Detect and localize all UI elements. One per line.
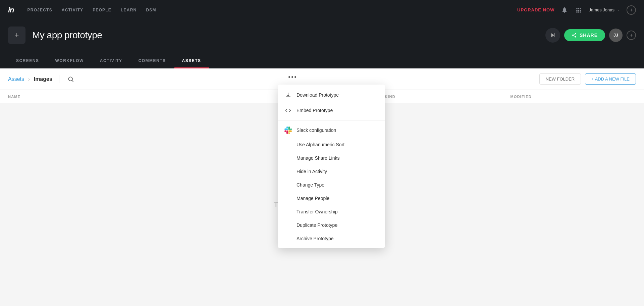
new-folder-button[interactable]: NEW FOLDER (539, 73, 581, 85)
menu-download-label: Download Prototype (297, 92, 339, 98)
dots-icon (288, 76, 296, 78)
project-header: + My app prototype SHARE JJ + (0, 20, 644, 50)
add-collaborator-button[interactable]: + (627, 31, 636, 40)
nav-activity[interactable]: ACTIVITY (62, 6, 83, 14)
menu-archive-label: Archive Prototype (297, 236, 334, 241)
svg-point-0 (68, 77, 72, 81)
code-icon (284, 107, 292, 114)
share-button[interactable]: SHARE (564, 29, 605, 41)
menu-manage-people[interactable]: Manage People (278, 192, 385, 205)
user-menu[interactable]: James Jonas (589, 7, 621, 12)
project-title: My app prototype (32, 30, 539, 41)
menu-alphanumeric-sort[interactable]: Use Alphanumeric Sort (278, 138, 385, 151)
more-options-trigger[interactable] (284, 72, 301, 82)
preview-button[interactable] (545, 28, 560, 43)
top-nav: in PROJECTS ACTIVITY PEOPLE LEARN DSM UP… (0, 0, 644, 20)
add-screen-button[interactable]: + (8, 27, 25, 44)
col-header-kind: KIND (385, 95, 510, 99)
menu-manage-people-label: Manage People (297, 196, 329, 201)
breadcrumb-assets[interactable]: Assets (8, 76, 24, 82)
notifications-icon[interactable] (560, 6, 569, 14)
nav-dsm[interactable]: DSM (146, 6, 156, 14)
svg-line-1 (72, 80, 73, 82)
assets-actions: NEW FOLDER + ADD A NEW FILE (539, 73, 636, 85)
menu-divider-1 (278, 120, 385, 120)
header-actions: SHARE JJ + (545, 28, 636, 43)
user-avatar[interactable]: JJ (609, 29, 623, 42)
menu-download-prototype[interactable]: Download Prototype (278, 87, 385, 103)
menu-embed-prototype[interactable]: Embed Prototype (278, 103, 385, 118)
upgrade-button[interactable]: UPGRADE NOW (517, 7, 554, 12)
context-menu: Download Prototype Embed Prototype Slack (278, 85, 385, 248)
breadcrumb-images: Images (34, 76, 52, 82)
menu-slack-config[interactable]: Slack configuration (278, 122, 385, 138)
menu-change-type[interactable]: Change Type (278, 178, 385, 192)
menu-transfer-ownership[interactable]: Transfer Ownership (278, 205, 385, 218)
share-label: SHARE (580, 33, 598, 38)
menu-embed-label: Embed Prototype (297, 108, 333, 113)
tab-activity[interactable]: ACTIVITY (92, 58, 130, 68)
tab-assets[interactable]: ASSETS (174, 58, 209, 68)
menu-duplicate-label: Duplicate Prototype (297, 222, 337, 228)
download-icon (284, 91, 292, 99)
nav-people[interactable]: PEOPLE (93, 6, 111, 14)
menu-transfer-label: Transfer Ownership (297, 209, 337, 214)
nav-right: UPGRADE NOW James Jonas + (517, 5, 636, 15)
menu-change-type-label: Change Type (297, 182, 324, 188)
dot-3 (294, 76, 296, 78)
menu-archive-prototype[interactable]: Archive Prototype (278, 232, 385, 245)
dot-1 (288, 76, 290, 78)
col-header-modified: MODIFIED (511, 95, 636, 99)
logo[interactable]: in (8, 6, 14, 14)
add-file-button[interactable]: + ADD A NEW FILE (585, 73, 636, 85)
menu-hide-activity-label: Hide in Activity (297, 169, 327, 174)
menu-share-links-label: Manage Share Links (297, 155, 339, 161)
tab-workflow[interactable]: WORKFLOW (47, 58, 92, 68)
menu-hide-activity[interactable]: Hide in Activity (278, 165, 385, 178)
menu-duplicate-prototype[interactable]: Duplicate Prototype (278, 218, 385, 232)
breadcrumb-divider (59, 75, 59, 83)
dot-2 (291, 76, 293, 78)
menu-manage-share-links[interactable]: Manage Share Links (278, 151, 385, 165)
user-name: James Jonas (589, 7, 614, 12)
add-button[interactable]: + (627, 5, 636, 15)
tab-bar: SCREENS WORKFLOW ACTIVITY COMMENTS ASSET… (0, 50, 644, 68)
tab-screens[interactable]: SCREENS (8, 58, 47, 68)
search-button[interactable] (66, 74, 75, 84)
apps-icon[interactable] (575, 6, 583, 14)
breadcrumb-separator: › (28, 76, 30, 82)
menu-alphanumeric-label: Use Alphanumeric Sort (297, 142, 344, 147)
menu-slack-label: Slack configuration (297, 128, 336, 133)
tab-comments[interactable]: COMMENTS (130, 58, 174, 68)
nav-links: PROJECTS ACTIVITY PEOPLE LEARN DSM (28, 6, 506, 14)
main-content: Assets › Images NEW FOLDER + ADD A NEW F… (0, 68, 644, 306)
nav-projects[interactable]: PROJECTS (28, 6, 52, 14)
slack-icon (284, 126, 292, 134)
nav-learn[interactable]: LEARN (121, 6, 137, 14)
